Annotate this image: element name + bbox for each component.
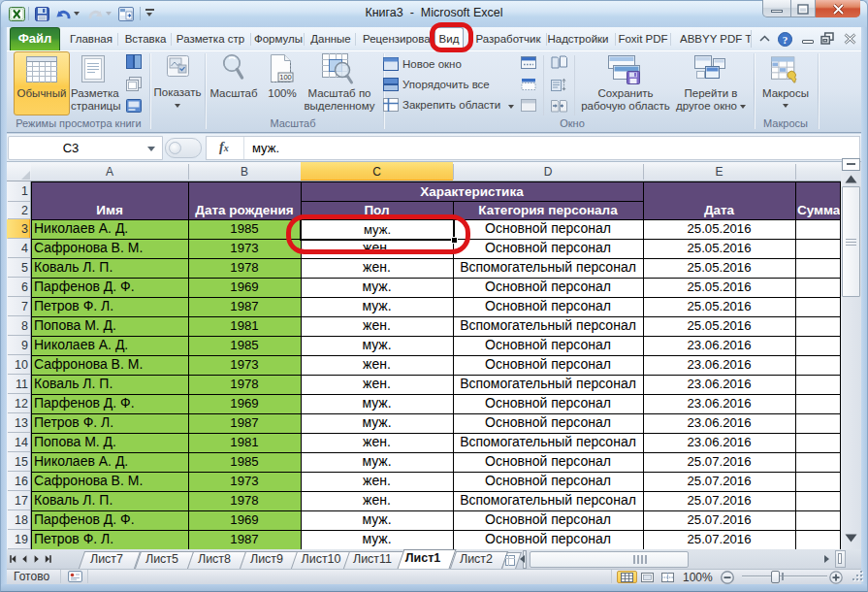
svg-text:100: 100 (279, 73, 292, 82)
svg-text:?: ? (783, 34, 788, 46)
